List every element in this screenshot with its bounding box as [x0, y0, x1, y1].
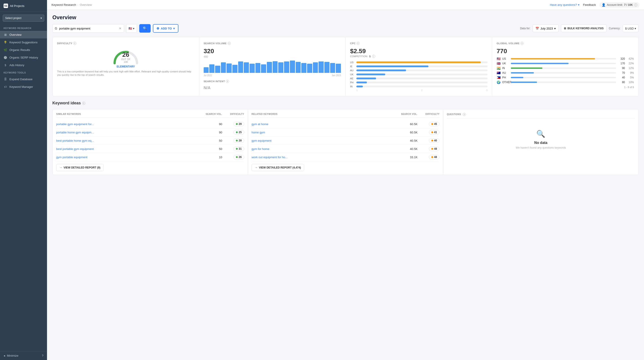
intent-info-icon[interactable]: i — [226, 80, 229, 83]
sv-bar — [336, 64, 341, 73]
diff-badge: 48 — [429, 147, 440, 151]
clear-icon[interactable]: ✕ — [119, 27, 122, 30]
ki-keyword-link[interactable]: gym at home — [252, 123, 396, 126]
gv-country-row: 🇬🇧 UK 170 22% — [497, 62, 634, 65]
sidebar-item-serp-history[interactable]: 🕐 Organic SERP History — [0, 54, 47, 61]
ki-diff-badge-wrap: 25 — [224, 130, 244, 135]
sidebar-item-kw-manager[interactable]: 🏷 Keyword Manager — [0, 83, 47, 91]
bulk-analysis-button[interactable]: ⊞ BULK KEYWORD ANALYSIS — [561, 24, 606, 32]
project-select[interactable]: Select project ▾ — [3, 14, 44, 22]
chart-label-end: Jan 2023 — [332, 74, 341, 77]
gv-bar-fill — [511, 67, 542, 69]
similar-col-keyword: SIMILAR KEYWORDS — [56, 113, 200, 115]
sv-info-icon[interactable]: i — [228, 42, 231, 45]
diff-dot — [236, 123, 238, 125]
gv-count: 40 — [618, 76, 625, 79]
currency-dropdown[interactable]: $ USD ▾ — [623, 24, 639, 32]
ki-keyword-link[interactable]: gym portable equipment — [56, 156, 200, 159]
difficulty-card: DIFFICULTY i 26 OUT — [52, 37, 199, 96]
sv-bar — [318, 61, 324, 73]
intent-label: SEARCH INTENT i — [204, 80, 341, 83]
sidebar-item-suggestions[interactable]: 💡 Keyword Suggestions — [0, 38, 47, 46]
bulk-label: BULK KEYWORD ANALYSIS — [568, 27, 604, 30]
gv-country-code: PH — [502, 76, 509, 79]
cpc-bar-fill — [356, 61, 481, 63]
diff-value: 26 — [238, 156, 242, 159]
diff-dot — [431, 156, 433, 158]
related-col-diff: DIFFICULTY — [419, 113, 440, 115]
date-select-button[interactable]: 📅 July 2023 ▾ — [532, 24, 559, 32]
sidebar-item-ads-history[interactable]: $ Ads History — [0, 61, 47, 69]
sv-bar — [261, 64, 266, 73]
diff-badge: 31 — [234, 147, 244, 151]
gv-label: GLOBAL VOLUME i — [497, 42, 634, 45]
keyword-row: portable gym equipment for... 90 29 — [56, 120, 244, 128]
help-icon[interactable]: ? — [42, 354, 44, 357]
cpc-bar-fill — [356, 86, 363, 87]
ki-keyword-link[interactable]: best portable gym equipment — [56, 147, 200, 151]
similar-keywords-section: SIMILAR KEYWORDS SEARCH VOL. DIFFICULTY … — [52, 109, 248, 175]
minimize-button[interactable]: ◂ Minimize ? — [0, 351, 47, 360]
ki-keyword-link[interactable]: work out equipment for ho... — [252, 156, 396, 159]
cpc-bar-row: PH — [350, 81, 488, 84]
keyword-search-input[interactable] — [59, 27, 117, 30]
cpc-bars: US IE AU UK AE PH IN — [350, 61, 488, 88]
ki-keyword-link[interactable]: best portable home gym eq... — [56, 139, 200, 142]
sidebar-item-overview[interactable]: ⊞ Overview — [0, 31, 47, 38]
questions-info-icon[interactable]: i — [463, 113, 466, 116]
gv-bar-wrap — [511, 77, 616, 78]
sv-bar — [278, 62, 284, 73]
country-flag-select[interactable]: 🇺🇸 ▾ — [126, 24, 137, 33]
ki-keyword-link[interactable]: gym for home — [252, 147, 396, 151]
breadcrumb-current: Overview — [80, 3, 92, 6]
difficulty-info-icon[interactable]: i — [73, 42, 76, 45]
competition-info-icon[interactable]: i — [372, 55, 375, 58]
sv-bar — [267, 62, 272, 73]
ki-vol-value: 40.5K — [397, 139, 418, 142]
keyword-ideas-grid: SIMILAR KEYWORDS SEARCH VOL. DIFFICULTY … — [52, 109, 639, 175]
have-questions-link[interactable]: Have any questions? ▾ — [550, 3, 579, 6]
diff-value: 45 — [434, 123, 437, 126]
sidebar: SE All Projects Select project ▾ KEYWORD… — [0, 0, 47, 360]
gv-country-row: 🌍 OTHER 80 10% — [497, 80, 634, 84]
keyword-row: gym equipment 40.5K 40 — [252, 137, 440, 145]
ki-vol-value: 60.5K — [397, 123, 418, 126]
gv-bar-fill — [511, 77, 523, 78]
sidebar-item-label: Keyword Suggestions — [10, 41, 38, 44]
all-projects-link[interactable]: All Projects — [10, 4, 24, 7]
keyword-row: best portable gym equipment 50 31 — [56, 145, 244, 153]
related-keywords-section: RELATED KEYWORDS SEARCH VOL. DIFFICULTY … — [248, 109, 443, 175]
diff-value: 31 — [238, 147, 242, 150]
keyword-research-section-label: KEYWORD RESEARCH — [0, 24, 47, 31]
gv-pct: 12% — [627, 67, 634, 70]
cpc-card: CPC i $2.59 COMPETITION: 1 i US IE AU UK — [346, 37, 492, 96]
add-to-button[interactable]: ⊕ ADD TO ▾ — [153, 24, 178, 33]
cpc-bar-fill — [356, 73, 385, 75]
gv-pct: 5% — [627, 76, 634, 79]
gv-info-icon[interactable]: i — [520, 42, 524, 45]
dollar-icon: $ — [4, 63, 7, 67]
sv-prev: 480 — [204, 55, 341, 58]
ki-keyword-link[interactable]: home gym — [252, 131, 396, 134]
ki-keyword-link[interactable]: gym equipment — [252, 139, 396, 142]
feedback-button[interactable]: Feedback — [583, 3, 596, 6]
similar-view-report-button[interactable]: → VIEW DETAILED REPORT (9) — [56, 164, 104, 171]
ki-keyword-link[interactable]: portable home gym equipm... — [56, 131, 200, 134]
related-view-report-button[interactable]: → VIEW DETAILED REPORT (4,474) — [252, 164, 304, 171]
info-icon[interactable]: i — [634, 3, 637, 6]
diff-badge: 40 — [429, 138, 440, 143]
account-icon: 👤 — [602, 3, 606, 7]
sidebar-item-expand-db[interactable]: 🗄 Expand Database — [0, 75, 47, 83]
calendar-icon: 📅 — [536, 27, 539, 30]
cpc-info-icon[interactable]: i — [356, 42, 360, 45]
ki-keyword-link[interactable]: portable gym equipment for... — [56, 123, 200, 126]
sidebar-item-organic[interactable]: 🌿 Organic Results — [0, 46, 47, 54]
cpc-bar-wrap — [356, 78, 488, 79]
difficulty-description: This is a low-competition keyword that w… — [57, 70, 194, 77]
cpc-country-label: IN — [350, 85, 354, 88]
gv-country-code: OTHER — [502, 81, 509, 84]
search-volume-card: SEARCH VOLUME i 320 480 Jul 2022 Jan 202… — [199, 37, 346, 96]
ki-info-icon[interactable]: i — [82, 102, 85, 105]
breadcrumb-root[interactable]: Keyword Research — [52, 3, 76, 6]
search-button[interactable]: 🔍 — [139, 24, 151, 33]
